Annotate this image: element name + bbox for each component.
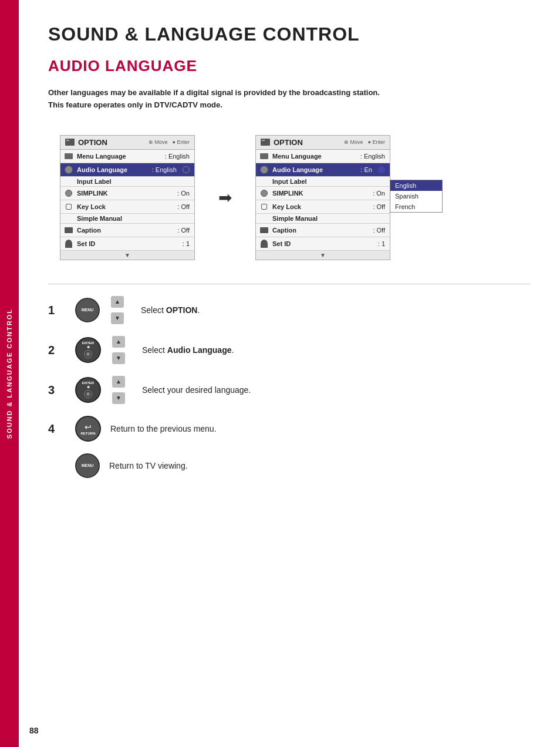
right-lock-icon (259, 202, 269, 211)
up-arrow-icon-3: ▲ (116, 378, 122, 385)
right-row-input-label: Input Label (256, 177, 390, 187)
step-3-controls: ENTER⊕ ▲ ▼ (75, 376, 133, 404)
left-down-arrow: ▼ (60, 251, 194, 260)
left-simplink-content: SIMPLINK : On (77, 190, 190, 197)
step-2-text: Select Audio Language. (142, 345, 531, 355)
right-move-label: ⊕ Move (344, 139, 363, 145)
left-set-id-value: : 1 (183, 240, 190, 247)
dpad-3-up[interactable]: ▲ (112, 376, 125, 388)
right-set-id-value: : 1 (378, 240, 385, 247)
dropdown-item-french[interactable]: French (390, 201, 442, 212)
menu-button-5-label: MENU (82, 463, 94, 468)
right-down-arrow: ▼ (256, 251, 390, 260)
description: Other languages may be available if a di… (48, 87, 531, 112)
left-row-key-lock: Key Lock : Off (60, 200, 194, 214)
left-caption-content: Caption : Off (77, 227, 190, 234)
step-2-bold: Audio Language (167, 345, 232, 355)
right-enter-label: ● Enter (368, 139, 385, 145)
step-2: 2 ENTER⊕ ▲ ▼ (48, 336, 531, 364)
dpad-1-up[interactable]: ▲ (111, 296, 124, 308)
right-set-id-content: Set ID : 1 (272, 240, 385, 247)
right-simplink-value: : On (373, 190, 385, 197)
step-5-text: Return to TV viewing. (109, 461, 531, 470)
menu-button-5[interactable]: MENU (75, 453, 100, 478)
menu-icon (65, 139, 75, 146)
right-simplink-icon (259, 189, 269, 198)
right-row-menu-language: Menu Language : English (256, 150, 390, 163)
enter-dot-inner-2 (86, 352, 90, 356)
down-arrow-icon: ▼ (114, 315, 120, 321)
menu-right-header: OPTION ⊕ Move ● Enter (256, 136, 390, 150)
left-row-menu-language: Menu Language : English (60, 150, 194, 163)
steps-area: 1 MENU ▲ ▼ Select OPTION. (48, 284, 531, 478)
enter-button-2[interactable]: ENTER⊕ (75, 337, 101, 363)
left-key-lock-value: : Off (177, 203, 190, 210)
language-dropdown[interactable]: English Spanish French (390, 180, 443, 213)
right-key-lock-content: Key Lock : Off (272, 203, 385, 210)
arrow-icon: ➡ (218, 188, 232, 207)
enter-dot-3 (84, 390, 92, 398)
left-row-input-label: Input Label (60, 177, 194, 187)
step-4-number: 4 (48, 423, 55, 435)
dropdown-item-english[interactable]: English (390, 180, 442, 191)
step-2-number: 2 (48, 344, 55, 356)
right-row-caption: Caption : Off (256, 224, 390, 237)
step-3: 3 ENTER⊕ ▲ ▼ (48, 376, 531, 404)
menu-right-title: OPTION (274, 138, 303, 147)
right-simplink-label: SIMPLINK (272, 190, 303, 197)
down-arrow-icon-2: ▼ (116, 355, 122, 361)
step-3-number: 3 (48, 384, 55, 396)
enter-button-3[interactable]: ENTER⊕ (75, 377, 101, 403)
dropdown-item-spanish[interactable]: Spanish (390, 191, 442, 201)
step-5-controls: MENU (75, 453, 100, 478)
right-row-set-id: Set ID : 1 (256, 237, 390, 251)
right-audio-language-content: Audio Language : En (272, 166, 385, 173)
left-key-lock-content: Key Lock : Off (77, 203, 190, 210)
right-row-simplink: SIMPLINK : On (256, 187, 390, 200)
lock-icon (64, 202, 73, 211)
sidebar: SOUND & LANGUAGE CONTROL (0, 0, 19, 747)
menus-area: OPTION ⊕ Move ● Enter Menu Language : En… (60, 135, 531, 260)
left-row-simple-manual: Simple Manual (60, 214, 194, 224)
set-id-icon (64, 239, 73, 248)
description-line2: This feature operates only in DTV/CADTV … (48, 100, 222, 109)
step-4-text: Return to the previous menu. (110, 424, 531, 433)
right-input-label: Input Label (272, 178, 307, 185)
down-arrow-icon-3: ▼ (116, 395, 122, 401)
return-button[interactable]: ↩ RETURN (75, 416, 101, 442)
right-gear-icon (378, 166, 385, 173)
dpad-2-down[interactable]: ▼ (112, 352, 125, 364)
right-menu-language-content: Menu Language : English (272, 153, 385, 160)
flag-icon (64, 152, 73, 161)
left-row-simplink: SIMPLINK : On (60, 187, 194, 200)
menu-right-header-left: OPTION (261, 138, 303, 147)
right-row-key-lock: Key Lock : Off (256, 200, 390, 214)
right-row-audio-language: Audio Language : En English Spanish Fren… (256, 163, 390, 177)
step-1-bold: OPTION (166, 305, 198, 315)
section-title: AUDIO LANGUAGE (48, 57, 531, 75)
dpad-1: ▲ ▼ (103, 296, 131, 324)
menu-left-header: OPTION ⊕ Move ● Enter (60, 136, 194, 150)
menu-right-controls: ⊕ Move ● Enter (344, 139, 385, 145)
dpad-3-down[interactable]: ▼ (112, 392, 125, 404)
caption-icon (64, 226, 73, 235)
up-arrow-icon-2: ▲ (116, 338, 122, 345)
left-menu-language-value: : English (165, 153, 190, 160)
left-row-set-id: Set ID : 1 (60, 237, 194, 251)
right-set-id-label: Set ID (272, 240, 291, 247)
right-set-id-icon (259, 239, 269, 248)
left-row-audio-language-content: Audio Language : English (77, 166, 190, 173)
left-menu-language-label: Menu Language (77, 153, 126, 160)
settings-icon-left (64, 165, 73, 174)
sidebar-text: SOUND & LANGUAGE CONTROL (6, 308, 13, 439)
enter-label: ● Enter (173, 139, 190, 145)
right-caption-icon (259, 226, 269, 235)
return-button-label: RETURN (81, 432, 96, 435)
dpad-1-down[interactable]: ▼ (111, 312, 124, 324)
left-caption-label: Caption (77, 227, 101, 234)
step-5: MENU Return to TV viewing. (48, 453, 531, 478)
menu-button-1[interactable]: MENU (75, 298, 100, 322)
step-1-number: 1 (48, 304, 55, 316)
dpad-2-up[interactable]: ▲ (112, 336, 125, 348)
menu-right-icon (261, 139, 270, 146)
